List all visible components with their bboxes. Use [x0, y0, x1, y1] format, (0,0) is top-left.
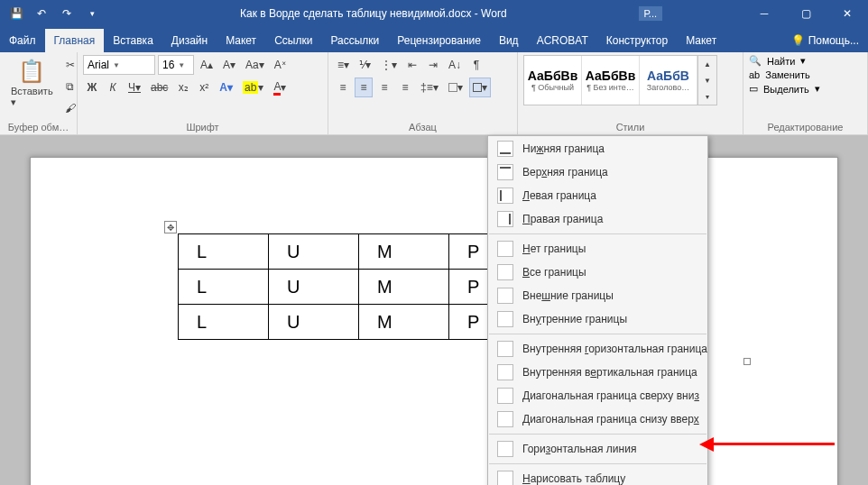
- cut-icon[interactable]: ✂: [61, 55, 79, 75]
- font-name-combo[interactable]: Arial▼: [83, 55, 155, 75]
- maximize-button[interactable]: ▢: [785, 0, 826, 27]
- border-option-ih[interactable]: Внутренняя горизонтальная граница: [488, 337, 707, 361]
- style-item[interactable]: АаБбВЗаголово…: [640, 56, 697, 105]
- border-icon: [497, 164, 513, 180]
- tab-конструктор[interactable]: Конструктор: [597, 29, 677, 52]
- border-option-dbu[interactable]: Диагональная граница снизу вверх: [488, 407, 707, 431]
- show-marks-icon[interactable]: ¶: [467, 55, 485, 75]
- border-option-left[interactable]: Левая граница: [488, 184, 707, 207]
- border-icon: [497, 471, 513, 485]
- table-move-handle[interactable]: ✥: [164, 221, 177, 233]
- align-justify-icon[interactable]: ≡: [396, 78, 414, 97]
- tab-макет[interactable]: Макет: [217, 29, 265, 52]
- table-cell[interactable]: M: [359, 305, 449, 340]
- table-cell[interactable]: L: [179, 305, 269, 340]
- borders-icon[interactable]: ▾: [469, 78, 491, 97]
- styles-scroll-up[interactable]: ▲: [698, 56, 716, 72]
- strike-button[interactable]: abc: [147, 78, 171, 97]
- border-option-outer[interactable]: Внешние границы: [488, 284, 707, 307]
- copy-icon[interactable]: ⧉: [61, 77, 79, 96]
- group-clipboard: 📋 Вставить ▾ ✂ ⧉ 🖌 Буфер обм…: [0, 52, 78, 134]
- tab-ссылки[interactable]: Ссылки: [265, 29, 321, 52]
- save-icon[interactable]: 💾: [9, 6, 23, 21]
- styles-scroll-down[interactable]: ▼: [698, 72, 716, 88]
- tab-рассылки[interactable]: Рассылки: [321, 29, 388, 52]
- tab-рецензирование[interactable]: Рецензирование: [388, 29, 490, 52]
- tab-файл[interactable]: Файл: [0, 29, 45, 52]
- undo-icon[interactable]: ↶: [34, 6, 49, 21]
- table-cell[interactable]: M: [359, 234, 449, 270]
- table-cell[interactable]: L: [179, 270, 269, 305]
- group-paragraph: ≡▾ ⅟▾ ⋮▾ ⇤ ⇥ A↓ ¶ ≡ ≡ ≡ ≡ ‡≡▾ ▾ ▾ Абзац: [328, 52, 518, 134]
- indent-dec-icon[interactable]: ⇤: [403, 55, 421, 75]
- context-tab[interactable]: Р...: [639, 6, 662, 21]
- indent-inc-icon[interactable]: ⇥: [424, 55, 442, 75]
- align-left-icon[interactable]: ≡: [334, 78, 352, 97]
- styles-gallery[interactable]: АаБбВв¶ ОбычныйАаБбВв¶ Без инте…АаБбВЗаг…: [523, 55, 698, 105]
- border-option-draw[interactable]: Нарисовать таблицу: [488, 467, 707, 485]
- shading-icon[interactable]: ▾: [445, 78, 466, 97]
- border-icon: [497, 341, 513, 357]
- redo-icon[interactable]: ↷: [60, 6, 74, 21]
- styles-expand[interactable]: ▾: [698, 88, 716, 105]
- text-effects-icon[interactable]: A▾: [216, 78, 236, 97]
- tab-acrobat[interactable]: ACROBAT: [528, 29, 597, 52]
- close-button[interactable]: ✕: [826, 0, 868, 27]
- borders-dropdown: Нижняя границаВерхняя границаЛевая грани…: [487, 135, 708, 485]
- superscript-button[interactable]: x²: [195, 78, 213, 97]
- qat-more-icon[interactable]: ▾: [85, 6, 99, 21]
- underline-button[interactable]: Ч▾: [125, 78, 144, 97]
- minimize-button[interactable]: ─: [743, 0, 785, 27]
- tell-me[interactable]: 💡Помощь...: [782, 29, 868, 52]
- border-option-hline[interactable]: Горизонтальная линия: [488, 437, 707, 461]
- paste-button[interactable]: 📋 Вставить ▾: [5, 55, 59, 112]
- numbering-icon[interactable]: ⅟▾: [356, 55, 374, 75]
- border-option-top[interactable]: Верхняя граница: [488, 160, 707, 184]
- border-option-none[interactable]: Нет границы: [488, 237, 707, 261]
- select-icon: ▭: [749, 83, 758, 95]
- align-right-icon[interactable]: ≡: [375, 78, 393, 97]
- bullets-icon[interactable]: ≡▾: [334, 55, 353, 75]
- align-center-icon[interactable]: ≡: [355, 78, 373, 97]
- style-item[interactable]: АаБбВв¶ Без инте…: [582, 56, 640, 105]
- border-option-right[interactable]: Правая граница: [488, 207, 707, 231]
- table-cell[interactable]: U: [269, 305, 359, 340]
- tab-макет[interactable]: Макет: [677, 29, 725, 52]
- select-button[interactable]: ▭Выделить ▾: [749, 83, 862, 95]
- group-editing: 🔍Найти ▾ abЗаменить ▭Выделить ▾ Редактир…: [743, 52, 868, 134]
- grow-font-icon[interactable]: A▴: [197, 55, 217, 75]
- italic-button[interactable]: К: [104, 78, 122, 97]
- style-item[interactable]: АаБбВв¶ Обычный: [524, 56, 582, 105]
- subscript-button[interactable]: x₂: [174, 78, 192, 97]
- change-case-icon[interactable]: Aa▾: [242, 55, 268, 75]
- border-option-dtd[interactable]: Диагональная граница сверху вниз: [488, 384, 707, 407]
- tab-вставка[interactable]: Вставка: [104, 29, 162, 52]
- border-option-all[interactable]: Все границы: [488, 261, 707, 284]
- shrink-font-icon[interactable]: A▾: [219, 55, 239, 75]
- replace-icon: ab: [749, 69, 760, 80]
- border-icon: [497, 241, 513, 257]
- line-spacing-icon[interactable]: ‡≡▾: [417, 78, 442, 97]
- table-cell[interactable]: U: [269, 270, 359, 305]
- format-painter-icon[interactable]: 🖌: [61, 98, 79, 118]
- bold-button[interactable]: Ж: [83, 78, 101, 97]
- sort-icon[interactable]: A↓: [445, 55, 465, 75]
- replace-button[interactable]: abЗаменить: [749, 69, 862, 80]
- font-color-icon[interactable]: A▾: [270, 78, 290, 97]
- tab-вид[interactable]: Вид: [490, 29, 528, 52]
- multilevel-icon[interactable]: ⋮▾: [377, 55, 401, 75]
- tab-главная[interactable]: Главная: [45, 29, 105, 52]
- border-option-inner[interactable]: Внутренние границы: [488, 307, 707, 331]
- table-resize-handle[interactable]: [743, 358, 751, 365]
- find-button[interactable]: 🔍Найти ▾: [749, 55, 862, 67]
- highlight-icon[interactable]: ab▾: [239, 78, 267, 97]
- border-option-bottom[interactable]: Нижняя граница: [488, 137, 707, 160]
- table-cell[interactable]: M: [359, 270, 449, 305]
- clear-format-icon[interactable]: Aˣ: [271, 55, 290, 75]
- border-option-iv[interactable]: Внутренняя вертикальная граница: [488, 361, 707, 384]
- table-cell[interactable]: U: [269, 234, 359, 270]
- document-area[interactable]: ✥ LUMPLUMPLUMP: [0, 135, 868, 485]
- table-cell[interactable]: L: [179, 234, 269, 270]
- tab-дизайн[interactable]: Дизайн: [162, 29, 217, 52]
- font-size-combo[interactable]: 16▼: [158, 55, 194, 75]
